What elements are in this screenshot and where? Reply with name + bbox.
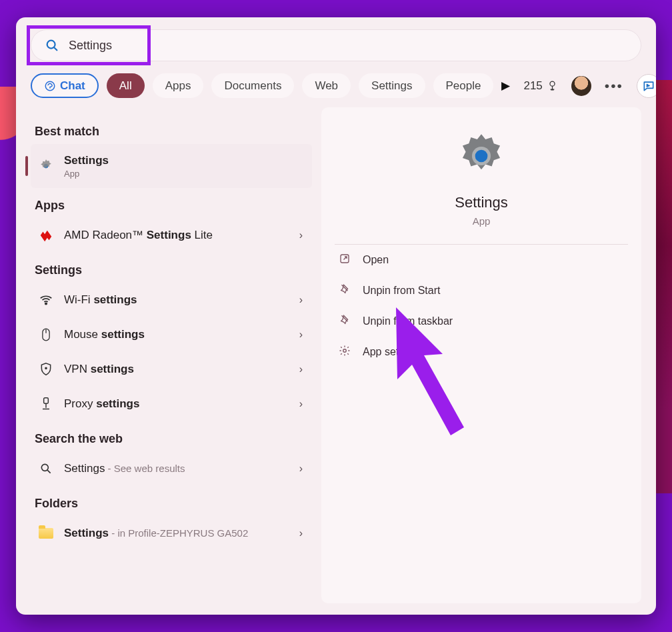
action-app-settings[interactable]: App settings bbox=[335, 337, 628, 367]
start-search-panel: Chat All Apps Documents Web Settings Peo… bbox=[16, 17, 656, 615]
result-folder-settings[interactable]: Settings - in Profile-ZEPHYRUS GA502 › bbox=[31, 516, 312, 551]
more-filters-icon[interactable]: ▶ bbox=[501, 79, 510, 93]
result-proxy-settings[interactable]: Proxy settings › bbox=[31, 387, 312, 421]
tab-settings[interactable]: Settings bbox=[359, 73, 425, 98]
action-open[interactable]: Open bbox=[335, 245, 628, 275]
desktop-decor bbox=[653, 80, 672, 493]
chevron-right-icon: › bbox=[299, 463, 303, 475]
tab-web[interactable]: Web bbox=[302, 73, 351, 98]
preview-title: Settings bbox=[335, 194, 628, 211]
open-icon bbox=[339, 253, 352, 267]
svg-point-5 bbox=[45, 303, 47, 305]
rewards-points[interactable]: 215 bbox=[523, 79, 557, 93]
unpin-icon bbox=[339, 283, 352, 298]
folder-icon bbox=[37, 528, 55, 539]
tab-chat[interactable]: Chat bbox=[31, 73, 99, 98]
more-options-icon[interactable]: ••• bbox=[605, 78, 623, 94]
action-unpin-taskbar[interactable]: Unpin from taskbar bbox=[335, 306, 628, 337]
shield-icon bbox=[37, 362, 55, 377]
svg-line-1 bbox=[54, 47, 57, 50]
filter-tabs: Chat All Apps Documents Web Settings Peo… bbox=[31, 73, 641, 98]
svg-point-12 bbox=[41, 464, 48, 471]
search-input[interactable] bbox=[69, 39, 627, 53]
results-list: Best match Settings App Apps AMD Radeon™… bbox=[31, 105, 312, 603]
mouse-icon bbox=[37, 327, 55, 342]
proxy-icon bbox=[37, 397, 55, 411]
search-icon bbox=[45, 38, 59, 53]
gear-icon bbox=[455, 130, 507, 182]
section-search-web: Search the web bbox=[35, 432, 312, 446]
user-avatar[interactable] bbox=[571, 76, 591, 96]
tab-all[interactable]: All bbox=[107, 73, 145, 98]
wifi-icon bbox=[37, 293, 55, 307]
chevron-right-icon: › bbox=[299, 294, 303, 306]
section-best-match: Best match bbox=[35, 125, 312, 139]
preview-subtitle: App bbox=[335, 215, 628, 227]
chevron-right-icon: › bbox=[299, 398, 303, 410]
amd-icon bbox=[37, 228, 55, 243]
svg-point-2 bbox=[45, 81, 55, 91]
svg-rect-9 bbox=[44, 398, 49, 403]
chevron-right-icon: › bbox=[299, 527, 303, 539]
chevron-right-icon: › bbox=[299, 229, 303, 241]
svg-point-15 bbox=[475, 150, 488, 163]
preview-pane: Settings App Open Unpin from Start Unp bbox=[321, 107, 641, 603]
section-apps: Apps bbox=[35, 199, 312, 213]
svg-point-3 bbox=[550, 81, 555, 86]
result-mouse-settings[interactable]: Mouse settings › bbox=[31, 317, 312, 352]
section-settings: Settings bbox=[35, 263, 312, 277]
best-match-settings-app[interactable]: Settings App bbox=[31, 144, 312, 188]
gear-icon bbox=[339, 345, 352, 359]
result-amd-radeon-settings[interactable]: AMD Radeon™ Settings Lite › bbox=[31, 218, 312, 253]
result-wifi-settings[interactable]: Wi-Fi settings › bbox=[31, 283, 312, 317]
tab-people[interactable]: People bbox=[433, 73, 494, 98]
search-icon bbox=[37, 462, 55, 475]
svg-point-17 bbox=[343, 349, 347, 353]
svg-point-8 bbox=[45, 367, 47, 369]
trophy-icon bbox=[547, 80, 558, 91]
result-vpn-settings[interactable]: VPN settings › bbox=[31, 352, 312, 387]
search-bar[interactable] bbox=[31, 29, 641, 61]
action-unpin-start[interactable]: Unpin from Start bbox=[335, 275, 628, 306]
gear-icon bbox=[37, 158, 55, 174]
unpin-icon bbox=[339, 314, 352, 329]
chevron-right-icon: › bbox=[299, 363, 303, 375]
tab-documents[interactable]: Documents bbox=[211, 73, 294, 98]
chevron-right-icon: › bbox=[299, 329, 303, 341]
svg-line-13 bbox=[47, 470, 51, 473]
bing-chat-button[interactable] bbox=[637, 74, 656, 98]
section-folders: Folders bbox=[35, 497, 312, 511]
result-web-settings[interactable]: Settings - See web results › bbox=[31, 451, 312, 486]
tab-apps[interactable]: Apps bbox=[153, 73, 204, 98]
